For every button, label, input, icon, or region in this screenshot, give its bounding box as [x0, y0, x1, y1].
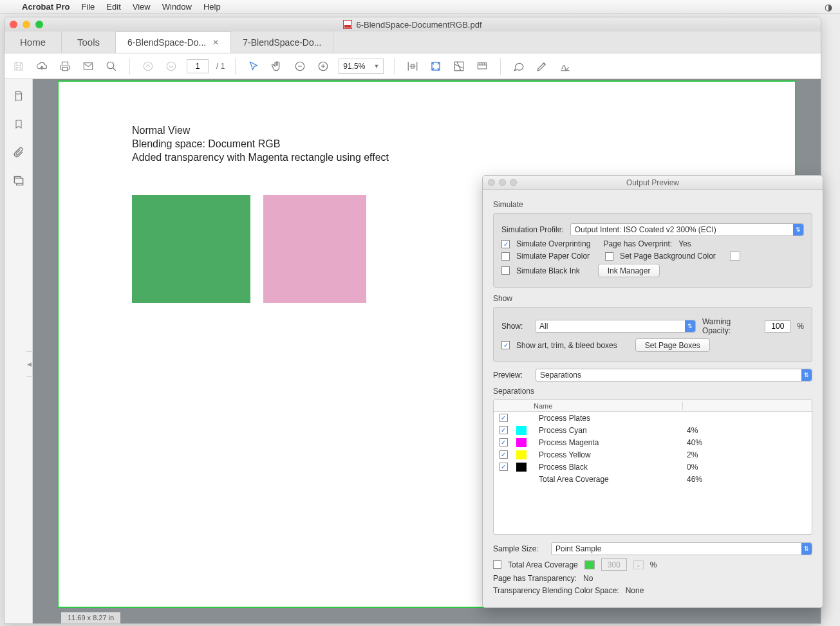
svg-point-1 — [107, 62, 114, 69]
menu-help[interactable]: Help — [203, 2, 221, 12]
bookmark-icon[interactable] — [11, 116, 26, 132]
show-boxes-checkbox[interactable] — [501, 341, 510, 349]
sample-size-label: Sample Size: — [493, 544, 545, 553]
separation-checkbox[interactable] — [499, 426, 508, 434]
separation-color-swatch — [516, 426, 527, 435]
layers-icon[interactable] — [11, 173, 26, 189]
menu-view[interactable]: View — [133, 2, 151, 12]
attachments-icon[interactable] — [11, 145, 26, 160]
fit-page-icon[interactable] — [428, 59, 443, 74]
svg-point-3 — [167, 62, 176, 71]
separation-row[interactable]: Process Yellow2% — [494, 448, 812, 461]
separation-checkbox[interactable] — [499, 463, 508, 471]
mail-icon[interactable] — [80, 59, 96, 74]
close-tab-icon[interactable]: ✕ — [212, 38, 219, 47]
separation-row[interactable]: Process Cyan4% — [494, 424, 812, 436]
fit-width-icon[interactable] — [405, 59, 420, 74]
sim-black-checkbox[interactable] — [501, 266, 510, 275]
svg-point-2 — [144, 62, 153, 71]
print-icon[interactable] — [57, 59, 73, 74]
cloud-icon[interactable] — [34, 59, 50, 74]
document-tab-2[interactable]: 7-BlendSpace-Do... — [231, 32, 333, 53]
tab-tools[interactable]: Tools — [62, 32, 116, 53]
show-boxes-label: Show art, trim, & bleed boxes — [516, 341, 617, 350]
tac-checkbox[interactable] — [493, 560, 501, 569]
actual-size-icon[interactable] — [451, 59, 467, 74]
page-overprint-label: Page has Overprint: — [603, 239, 672, 248]
macos-menubar: Acrobat Pro File Edit View Window Help ◑ — [0, 0, 840, 14]
separation-checkbox[interactable] — [499, 450, 508, 459]
page-up-icon[interactable] — [140, 59, 156, 74]
document-tab-2-label: 7-BlendSpace-Do... — [243, 37, 321, 48]
separation-checkbox[interactable] — [499, 438, 508, 446]
page-down-icon[interactable] — [163, 59, 179, 74]
separations-heading: Separations — [493, 387, 812, 396]
sim-overprint-checkbox[interactable] — [501, 240, 510, 248]
ink-manager-button[interactable]: Ink Manager — [598, 264, 660, 277]
save-icon[interactable] — [11, 59, 26, 74]
preview-select[interactable]: Separations⇅ — [536, 369, 812, 382]
set-bg-checkbox[interactable] — [605, 252, 613, 261]
zoom-level-select[interactable]: 91,5%▼ — [339, 59, 384, 74]
green-rectangle — [132, 195, 250, 303]
pdf-file-icon — [343, 20, 352, 29]
separation-value: 4% — [683, 426, 812, 435]
menu-edit[interactable]: Edit — [106, 2, 120, 12]
blend-space-label: Transparency Blending Color Space: — [493, 586, 619, 595]
sign-icon[interactable] — [557, 59, 573, 74]
show-heading: Show — [493, 294, 812, 303]
separation-row[interactable]: Process Plates — [494, 412, 812, 424]
rail-toggle-icon[interactable]: ◀ — [26, 351, 33, 377]
window-title: 6-BlendSpace-DocumentRGB.pdf — [356, 20, 481, 30]
zoom-out-icon[interactable] — [292, 59, 308, 74]
menu-window[interactable]: Window — [162, 2, 192, 12]
separation-name: Process Yellow — [530, 450, 683, 459]
separation-row[interactable]: Process Black0% — [494, 461, 812, 473]
panel-titlebar[interactable]: Output Preview — [483, 176, 823, 190]
separations-list: Name Process PlatesProcess Cyan4%Process… — [493, 400, 812, 535]
show-select[interactable]: All⇅ — [535, 320, 696, 333]
panel-title: Output Preview — [483, 178, 823, 187]
warning-opacity-input[interactable] — [765, 320, 790, 333]
selection-tool-icon[interactable] — [246, 59, 261, 74]
page-number-input[interactable] — [187, 59, 209, 73]
menubar-right-icon[interactable]: ◑ — [825, 2, 832, 12]
toolbar: / 1 91,5%▼ — [5, 53, 821, 79]
separation-checkbox[interactable] — [499, 414, 508, 422]
blend-space-value: None — [626, 586, 644, 595]
simulate-heading: Simulate — [493, 200, 812, 209]
menu-file[interactable]: File — [81, 2, 95, 12]
tac-label: Total Area Coverage — [508, 560, 578, 569]
sim-profile-select[interactable]: Output Intent: ISO Coated v2 300% (ECI)⇅ — [570, 223, 804, 236]
sim-paper-checkbox[interactable] — [501, 252, 510, 261]
separation-row[interactable]: Total Area Coverage46% — [494, 473, 812, 485]
highlight-icon[interactable] — [534, 59, 550, 74]
search-icon[interactable] — [104, 59, 119, 74]
window-titlebar: 6-BlendSpace-DocumentRGB.pdf — [5, 17, 821, 32]
hand-tool-icon[interactable] — [269, 59, 285, 74]
warning-opacity-label: Warning Opacity: — [702, 317, 758, 335]
page-overprint-value: Yes — [678, 239, 691, 248]
page-text: Normal View Blending space: Document RGB… — [132, 124, 389, 164]
sim-profile-label: Simulation Profile: — [501, 225, 564, 234]
app-name[interactable]: Acrobat Pro — [22, 2, 70, 12]
separation-row[interactable]: Process Magenta40% — [494, 436, 812, 448]
set-page-boxes-button[interactable]: Set Page Boxes — [635, 338, 710, 352]
separation-name: Total Area Coverage — [530, 475, 683, 484]
thumbnails-icon[interactable] — [11, 88, 26, 104]
sample-size-select[interactable]: Point Sample⇅ — [551, 542, 812, 555]
zoom-in-icon[interactable] — [315, 59, 331, 74]
separation-value: 2% — [683, 450, 812, 459]
separation-name: Process Cyan — [530, 426, 683, 435]
preview-label: Preview: — [493, 371, 529, 380]
set-bg-label: Set Page Background Color — [620, 252, 716, 261]
document-tab-1[interactable]: 6-BlendSpace-Do... ✕ — [116, 32, 231, 53]
bg-color-swatch[interactable] — [730, 252, 740, 261]
col-name: Name — [530, 402, 683, 410]
read-mode-icon[interactable] — [474, 59, 490, 74]
sim-black-label: Simulate Black Ink — [516, 266, 580, 275]
tac-threshold-input — [601, 558, 627, 571]
comment-icon[interactable] — [511, 59, 527, 74]
tab-home[interactable]: Home — [5, 32, 62, 53]
separation-color-swatch — [516, 438, 527, 447]
